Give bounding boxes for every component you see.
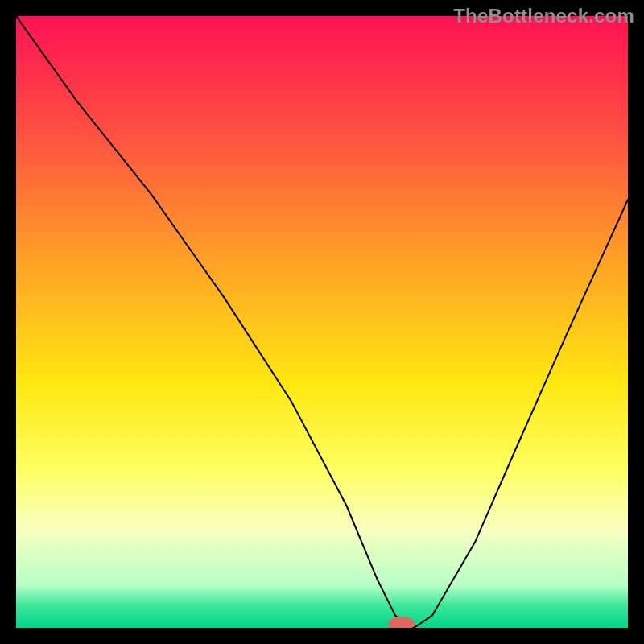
watermark-text: TheBottleneck.com — [453, 5, 634, 27]
plot-area — [16, 16, 628, 628]
gradient-background — [16, 16, 628, 628]
chart-svg — [16, 16, 628, 628]
chart-frame: TheBottleneck.com — [0, 0, 644, 644]
